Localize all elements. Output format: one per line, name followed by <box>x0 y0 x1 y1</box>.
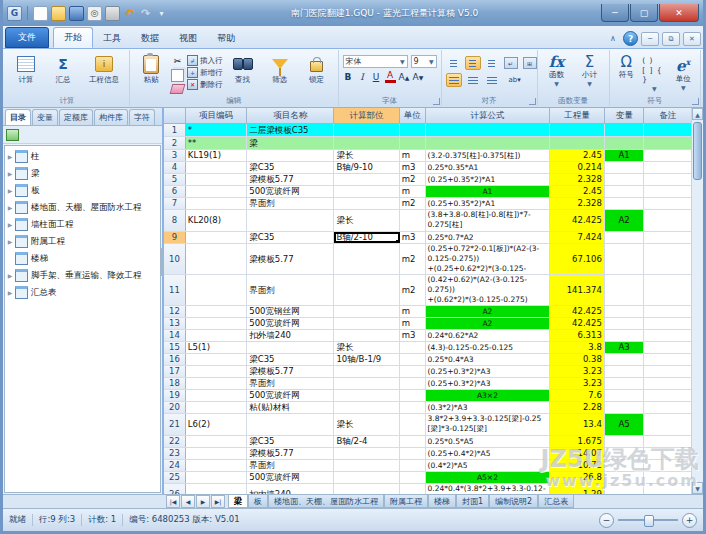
cell-quantity[interactable]: 2.328 <box>550 174 604 185</box>
cell-part[interactable] <box>334 318 399 329</box>
cell-quantity[interactable]: 42.425 <box>550 306 604 317</box>
cell-quantity[interactable]: 2.28 <box>550 402 604 413</box>
cell-part[interactable] <box>334 402 399 413</box>
row-number[interactable]: 22 <box>164 436 186 447</box>
cell-variable[interactable] <box>605 318 645 329</box>
cell-code[interactable] <box>186 472 247 483</box>
wrap-text-icon[interactable]: ↵ <box>503 56 519 70</box>
cell-remark[interactable] <box>644 460 692 471</box>
cell-code[interactable]: KL20(8) <box>186 210 247 231</box>
cell-quantity[interactable]: 13.4 <box>550 414 604 435</box>
cell-quantity[interactable]: 141.374 <box>550 275 604 305</box>
cell-part[interactable] <box>334 460 399 471</box>
underline-button[interactable]: U <box>371 72 382 82</box>
print-preview-icon[interactable]: ◎ <box>87 6 102 21</box>
cell-part[interactable]: 10轴/B-1/9 <box>334 354 399 365</box>
sheet-tab-附属工程[interactable]: 附属工程 <box>384 495 428 508</box>
row-number[interactable]: 3 <box>164 150 186 161</box>
cell-name[interactable]: 500宽玻纤网 <box>247 472 334 483</box>
cell-name[interactable]: 粘(贴)材料 <box>247 402 334 413</box>
cell-variable[interactable] <box>605 174 645 185</box>
cell-formula[interactable] <box>426 124 551 136</box>
column-header-7[interactable]: 变量 <box>605 108 645 123</box>
row-number[interactable]: 24 <box>164 460 186 471</box>
cell-code[interactable] <box>186 186 247 197</box>
cell-variable[interactable] <box>605 484 645 494</box>
paren-bracket-button[interactable]: ( ) <box>642 56 667 65</box>
cell-code[interactable] <box>186 275 247 305</box>
font-color-button[interactable]: A <box>385 71 396 83</box>
project-info-button[interactable]: i 工程信息 <box>83 52 125 96</box>
cell-unit[interactable] <box>400 366 426 377</box>
tree-item[interactable]: ▶楼地面、天棚、屋面防水工程 <box>5 199 160 216</box>
tab-view[interactable]: 视图 <box>169 29 207 48</box>
cell-formula[interactable]: (0.25+0.3*2)*A3 <box>426 378 551 389</box>
cell-unit[interactable] <box>400 210 426 231</box>
row-number[interactable]: 10 <box>164 244 186 274</box>
sheet-tab-楼梯[interactable]: 楼梯 <box>428 495 456 508</box>
cell-variable[interactable] <box>605 354 645 365</box>
undo-icon[interactable]: ↶ <box>123 7 136 20</box>
align-left-icon[interactable] <box>446 73 462 87</box>
cell-variable[interactable] <box>605 390 645 401</box>
sheet-tab-梁[interactable]: 梁 <box>228 495 248 508</box>
cell-formula[interactable]: (0.25+0.3*2)*A3 <box>426 366 551 377</box>
tab-home[interactable]: 开始 <box>53 27 93 48</box>
cell-formula[interactable]: (3.2-0.375[柱]-0.375[柱]) <box>426 150 551 161</box>
cell-code[interactable] <box>186 162 247 173</box>
cell-unit[interactable]: m3 <box>400 330 426 341</box>
cell-part[interactable] <box>334 378 399 389</box>
cell-formula[interactable]: (0.3*2)*A3 <box>426 402 551 413</box>
cell-quantity[interactable]: 1.675 <box>550 436 604 447</box>
cell-part[interactable]: 梁长 <box>334 210 399 231</box>
column-header-5[interactable]: 计算公式 <box>426 108 551 123</box>
panel-tab-变量[interactable]: 变量 <box>32 109 58 125</box>
cell-remark[interactable] <box>644 174 692 185</box>
row-number[interactable]: 19 <box>164 390 186 401</box>
cell-part[interactable]: B轴/9-10 <box>334 162 399 173</box>
cell-part[interactable] <box>334 330 399 341</box>
cell-remark[interactable] <box>644 198 692 209</box>
new-document-icon[interactable] <box>33 6 48 21</box>
first-sheet-icon[interactable]: |◀ <box>166 495 180 508</box>
row-number[interactable]: 14 <box>164 330 186 341</box>
maximize-button[interactable]: ▢ <box>630 4 658 22</box>
cell-code[interactable] <box>186 174 247 185</box>
cell-name[interactable]: 界面剂 <box>247 198 334 209</box>
cell-name[interactable]: 梁模板5.77 <box>247 174 334 185</box>
cell-variable[interactable] <box>605 306 645 317</box>
cell-variable[interactable] <box>605 275 645 305</box>
cell-formula[interactable]: (0.25+0.35*2)*A1 <box>426 198 551 209</box>
row-number[interactable]: 9 <box>164 232 186 243</box>
cell-code[interactable] <box>186 232 247 243</box>
cell-remark[interactable] <box>644 162 692 173</box>
cell-remark[interactable] <box>644 414 692 435</box>
sheet-tab-编制说明2[interactable]: 编制说明2 <box>489 495 538 508</box>
find-button[interactable]: 查找 <box>226 52 260 96</box>
cell-unit[interactable] <box>400 354 426 365</box>
cell-remark[interactable] <box>644 232 692 243</box>
cell-part[interactable]: B轴/2-10 <box>334 232 399 243</box>
cell-part[interactable] <box>334 275 399 305</box>
cell-variable[interactable] <box>605 198 645 209</box>
zoom-slider-thumb[interactable] <box>644 515 654 527</box>
cell-name[interactable] <box>247 414 334 435</box>
cell-remark[interactable] <box>644 306 692 317</box>
cell-variable[interactable] <box>605 162 645 173</box>
cell-unit[interactable]: m <box>400 306 426 317</box>
italic-button[interactable]: I <box>357 72 368 82</box>
cell-unit[interactable]: m <box>400 186 426 197</box>
cell-code[interactable] <box>186 198 247 209</box>
cell-name[interactable]: 梁C35 <box>247 354 334 365</box>
cell-variable[interactable] <box>605 244 645 274</box>
cell-unit[interactable] <box>400 390 426 401</box>
cell-quantity[interactable]: 2.45 <box>550 150 604 161</box>
cell-formula[interactable]: 0.25*0.35*A1 <box>426 162 551 173</box>
cell-variable[interactable] <box>605 137 645 149</box>
cell-name[interactable]: 500宽钢丝网 <box>247 306 334 317</box>
cell-quantity[interactable]: 0.214 <box>550 162 604 173</box>
cell-remark[interactable] <box>644 186 692 197</box>
cell-unit[interactable]: m3 <box>400 162 426 173</box>
save-icon[interactable] <box>69 6 84 21</box>
cell-formula[interactable]: 0.25*0.4*A3 <box>426 354 551 365</box>
